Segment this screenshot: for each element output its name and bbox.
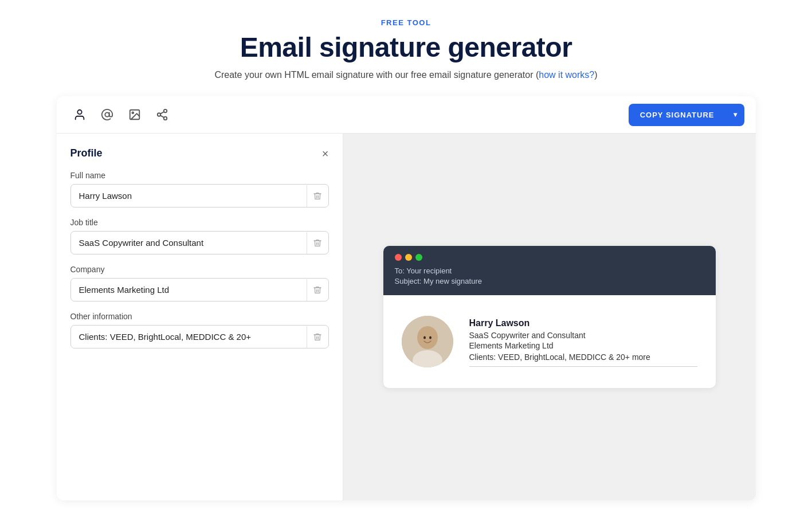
field-row-other-info [70, 325, 329, 348]
trash-icon [313, 191, 322, 201]
other-info-delete-button[interactable] [307, 326, 328, 348]
trash-icon [313, 238, 322, 248]
tab-contact[interactable] [96, 103, 119, 126]
field-row-job-title [70, 231, 329, 254]
avatar-image [402, 316, 453, 367]
panel-title: Profile [70, 147, 103, 159]
how-it-works-link[interactable]: how it works? [539, 70, 594, 80]
svg-point-1 [105, 112, 109, 116]
page-title: Email signature generator [0, 32, 812, 63]
field-label-company: Company [70, 265, 329, 274]
field-group-full-name: Full name [70, 171, 329, 207]
tab-social[interactable] [151, 103, 174, 126]
dot-red [395, 254, 402, 261]
field-label-other-info: Other information [70, 312, 329, 321]
field-row-company [70, 278, 329, 301]
other-info-input[interactable] [71, 326, 307, 348]
main-area: Profile × Full name [57, 134, 756, 500]
avatar [402, 316, 453, 367]
svg-point-13 [423, 336, 426, 339]
svg-line-8 [160, 112, 163, 114]
field-group-job-title: Job title [70, 218, 329, 254]
trash-icon [313, 285, 322, 295]
toolbar-icons [68, 103, 174, 126]
email-to: To: Your recipient [395, 267, 704, 275]
signature-info: Harry Lawson SaaS Copywriter and Consult… [469, 316, 697, 367]
email-header: To: Your recipient Subject: My new signa… [383, 246, 716, 295]
left-panel: Profile × Full name [57, 134, 343, 500]
image-icon [128, 108, 141, 121]
tab-profile[interactable] [68, 103, 91, 126]
tool-container: COPY SIGNATURE ▾ Profile × Full name [57, 96, 756, 500]
toolbar: COPY SIGNATURE ▾ [57, 96, 756, 134]
copy-btn-arrow[interactable]: ▾ [727, 104, 744, 126]
company-input[interactable] [71, 279, 307, 301]
share-icon [156, 108, 168, 121]
field-label-job-title: Job title [70, 218, 329, 227]
sig-company: Elements Marketing Ltd [469, 341, 697, 350]
job-title-input[interactable] [71, 232, 307, 254]
page-header: FREE TOOL Email signature generator Crea… [0, 0, 812, 96]
dot-yellow [405, 254, 412, 261]
company-delete-button[interactable] [307, 279, 328, 301]
sig-name: Harry Lawson [469, 318, 697, 328]
email-preview: To: Your recipient Subject: My new signa… [383, 246, 716, 388]
panel-close-button[interactable]: × [322, 148, 329, 159]
free-tool-badge: FREE TOOL [0, 18, 812, 27]
person-icon [73, 108, 86, 121]
copy-signature-label: COPY SIGNATURE [629, 104, 726, 126]
job-title-delete-button[interactable] [307, 232, 328, 254]
svg-point-12 [419, 327, 436, 346]
right-panel: To: Your recipient Subject: My new signa… [343, 134, 756, 500]
field-row-full-name [70, 184, 329, 207]
svg-point-0 [77, 110, 81, 114]
full-name-delete-button[interactable] [307, 185, 328, 207]
field-group-company: Company [70, 265, 329, 301]
full-name-input[interactable] [71, 185, 307, 207]
email-subject: Subject: My new signature [395, 277, 704, 285]
dot-green [415, 254, 422, 261]
tab-image[interactable] [123, 103, 146, 126]
sig-other: Clients: VEED, BrightLocal, MEDDICC & 20… [469, 352, 697, 367]
field-label-full-name: Full name [70, 171, 329, 180]
trash-icon [313, 332, 322, 342]
email-body: Harry Lawson SaaS Copywriter and Consult… [383, 295, 716, 388]
panel-header: Profile × [70, 147, 329, 159]
at-icon [101, 108, 113, 121]
copy-signature-button[interactable]: COPY SIGNATURE ▾ [629, 104, 744, 126]
window-dots [395, 254, 704, 261]
svg-point-3 [132, 112, 134, 113]
svg-point-14 [429, 336, 432, 339]
sig-job: SaaS Copywriter and Consultant [469, 331, 697, 340]
page-subtitle: Create your own HTML email signature wit… [0, 70, 812, 80]
svg-line-7 [160, 115, 163, 117]
field-group-other-info: Other information [70, 312, 329, 348]
